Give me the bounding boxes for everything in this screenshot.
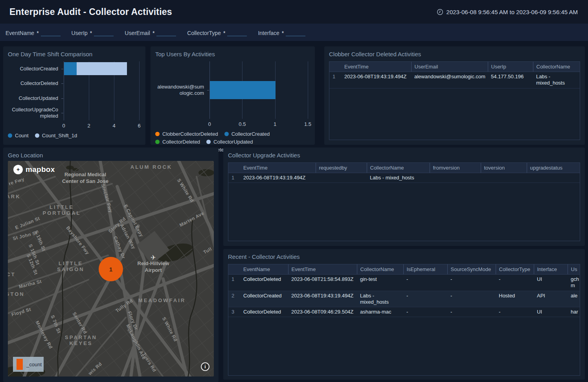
column-header-collectorname[interactable]: CollectorName (357, 264, 403, 275)
legend-item-ClobberCollectorDeleted[interactable]: ClobberCollectorDeleted (155, 131, 218, 137)
column-header-eventname[interactable]: EventName (240, 264, 288, 275)
column-header-requestedby[interactable]: requestedby (316, 163, 367, 173)
y-tick (207, 90, 209, 90)
column-header-collectorname[interactable]: CollectorName (533, 62, 580, 72)
column-header-interface[interactable]: Interface (534, 264, 568, 275)
table-cell (527, 173, 580, 183)
column-header-eventtime[interactable]: EventTime (240, 163, 316, 173)
page-title: Enterprise Audit - Collector Activities (9, 7, 172, 17)
table-cell: - (496, 275, 534, 291)
clock-icon (437, 9, 443, 15)
table-cell: asharma-mac (357, 307, 403, 317)
x-tick-label: 0 (62, 123, 65, 129)
legend-label: CollectorCreated (232, 131, 270, 137)
panel-title-upgrade: Collector Upgrade Activities (228, 152, 580, 159)
panel-title-geo: Geo Location (8, 152, 214, 159)
column-header-upgradestatus[interactable]: upgradestatus (527, 163, 580, 173)
table-cell (430, 173, 481, 183)
table-cell: - (447, 291, 496, 307)
panel-title-time-shift: One Day Time Shift Comparison (8, 51, 141, 57)
legend-item-Count_Shift_1d[interactable]: Count_Shift_1d (35, 133, 77, 138)
panel-title-top-users: Top Users By Activities (155, 51, 310, 57)
geo-map[interactable]: ALUM ROCKRegional Medical Center of San … (8, 161, 214, 376)
filter-input-eventname[interactable] (41, 28, 61, 36)
mapbox-logo[interactable]: mapbox (13, 165, 55, 174)
panel-top-users: Top Users By Activities 00.511.5alewando… (151, 46, 315, 145)
legend-item-CollectorDeleted[interactable]: CollectorDeleted (155, 139, 200, 145)
table-cell: Labs - mixed_hosts (533, 72, 580, 89)
category-label: CollectorUpdated (8, 95, 58, 101)
legend-item-CollectorUpdated[interactable]: CollectorUpdated (206, 139, 253, 145)
bar-alewandowski@sumologic.com[interactable] (210, 81, 276, 99)
panel-one-day-time-shift: One Day Time Shift Comparison 0246Collec… (3, 46, 145, 145)
dashboard-grid: One Day Time Shift Comparison 0246Collec… (0, 41, 588, 382)
filter-interface: Interface* (258, 28, 305, 36)
column-header-isephemeral[interactable]: IsEphemeral (403, 264, 447, 275)
y-tick (61, 83, 63, 84)
table-cell: 2023-06-08T19:43:19.494Z (240, 173, 316, 183)
column-header-eventtime[interactable]: EventTime (341, 62, 411, 72)
table-cell: API (534, 291, 568, 307)
x-tick-label: 2 (87, 123, 90, 129)
legend-label: Count (15, 133, 29, 138)
table-row: 12023-06-08T19:43:19.494Zalewandowski@su… (329, 72, 580, 89)
table-header-row: EventTimerequestedbyCollectorNamefromver… (228, 163, 580, 173)
x-tick-label: 1.5 (304, 121, 311, 127)
legend-item-Count[interactable]: Count (8, 133, 29, 138)
filter-input-userip[interactable] (94, 28, 114, 36)
column-header-toversion[interactable]: toversion (481, 163, 527, 173)
row-index-header (329, 62, 341, 72)
table-header-row: EventNameEventTimeCollectorNameIsEphemer… (228, 264, 580, 275)
column-header-collectortype[interactable]: CollectorType (496, 264, 534, 275)
row-index: 3 (228, 307, 240, 317)
x-tick-label: 4 (112, 123, 115, 129)
legend-label: CollectorUpdated (213, 139, 253, 145)
filter-input-interface[interactable] (286, 28, 305, 36)
table-cell: 2023-06-08T09:46:29.504Z (288, 307, 357, 317)
column-header-useremail[interactable]: UserEmail (411, 62, 488, 72)
filter-input-useremail[interactable] (156, 28, 176, 36)
filter-input-collectortype[interactable] (227, 28, 247, 36)
bar-segment-Count_Shift_1d[interactable] (77, 62, 127, 75)
time-range[interactable]: 2023-06-08 9:56:45 AM to 2023-06-09 9:56… (437, 9, 578, 15)
legend-item-CollectorCreated[interactable]: CollectorCreated (224, 131, 270, 137)
table-cell: gch m (568, 275, 580, 291)
table-cell: 2023-06-08T19:43:19.494Z (341, 72, 411, 89)
gridline (308, 61, 308, 119)
table-cell: 2023-06-08T19:43:19.494Z (288, 291, 357, 307)
table-cell: UI (534, 307, 568, 317)
column-header-sourcesyncmode[interactable]: SourceSyncMode (447, 264, 496, 275)
info-icon[interactable]: i (201, 362, 209, 371)
table-cell: 2023-06-08T21:58:54.893Z (288, 275, 357, 291)
bar-CollectorCreated[interactable] (64, 62, 127, 75)
column-header-eventtime[interactable]: EventTime (288, 264, 357, 275)
y-tick (61, 69, 63, 69)
x-tick-label: 1 (274, 121, 276, 127)
panel-clobber-deleted: Clobber Collector Deleted Activities Eve… (324, 46, 585, 145)
x-tick-label: 0.5 (239, 121, 246, 127)
table-cell: - (403, 307, 447, 317)
column-header-collectorname[interactable]: CollectorName (367, 163, 430, 173)
bar-segment-CollectorCreated[interactable] (210, 81, 276, 99)
time-range-text: 2023-06-08 9:56:45 AM to 2023-06-09 9:56… (447, 9, 578, 15)
table-cell: har (568, 307, 580, 317)
table-cell: Labs - mixed_hosts (367, 173, 430, 183)
y-tick (61, 113, 63, 113)
column-header-userip[interactable]: UserIp (488, 62, 533, 72)
category-label: alewandowski@sumologic.com (155, 84, 204, 96)
bar-segment-Count[interactable] (64, 62, 77, 75)
table-cell: CollectorCreated (240, 291, 288, 307)
map-cluster-marker[interactable]: 1 (99, 257, 123, 281)
upgrade-table: EventTimerequestedbyCollectorNamefromver… (228, 162, 580, 241)
column-header-fromversion[interactable]: fromversion (430, 163, 481, 173)
filter-userip: UserIp* (72, 28, 114, 36)
legend-label: Count_Shift_1d (42, 133, 77, 138)
table-cell: CollectorDeleted (240, 275, 288, 291)
map-legend: _count (13, 357, 44, 372)
top-users-chart: 00.511.5alewandowski@sumologic.com (155, 61, 310, 127)
gridline (139, 61, 140, 120)
table-cell (481, 173, 527, 183)
column-header-us[interactable]: Us (568, 264, 580, 275)
required-asterisk: * (223, 30, 225, 36)
table-cell: Hosted (496, 291, 534, 307)
